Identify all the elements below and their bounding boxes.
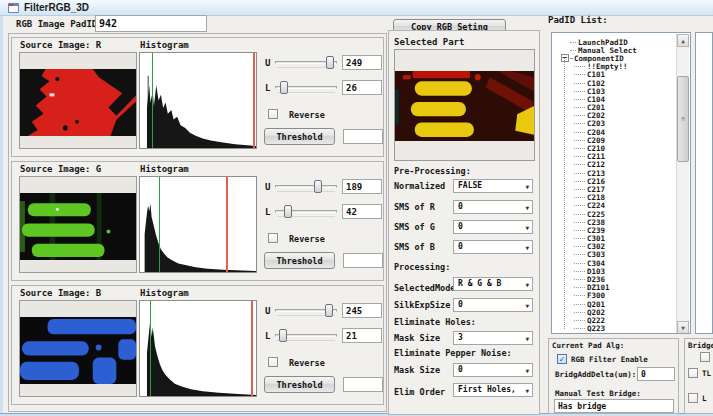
elim-order-select[interactable]: First Holes, ▼ [453, 383, 533, 397]
tree-item[interactable]: C216 [553, 177, 676, 185]
rgb-image-padid-input[interactable] [95, 15, 207, 32]
eliminate-pepper-title: Eliminate Pepper Noise: [394, 348, 512, 358]
reverse-label-b: Reverse [289, 358, 325, 368]
tree-item[interactable]: C104 [553, 95, 676, 103]
sms-of-b-select[interactable]: 0 ▼ [453, 240, 533, 254]
threshold-result-input-r[interactable] [343, 129, 383, 144]
u-value-input-b[interactable] [342, 303, 382, 318]
tree-item[interactable]: C202 [553, 112, 676, 120]
tree-item[interactable]: C218 [553, 194, 676, 202]
u-slider-thumb-g[interactable] [314, 180, 322, 193]
l-value-input-g[interactable] [342, 204, 382, 219]
mask-size-holes-select[interactable]: 3 ▼ [453, 331, 533, 345]
threshold-result-input-g[interactable] [343, 253, 383, 268]
u-label-r: U [265, 58, 270, 68]
tree-item[interactable]: Q222 [553, 316, 676, 324]
source-image-b-group: Source Image: B Histogram U L Reverse Th… [11, 285, 384, 405]
tree-item[interactable]: D103 [553, 267, 676, 275]
histogram-plot-b [139, 300, 257, 397]
sms-of-g-select[interactable]: 0 ▼ [453, 220, 533, 234]
tree-item[interactable]: F300 [553, 292, 676, 300]
tree-item[interactable]: C212 [553, 161, 676, 169]
tree-item[interactable]: C225 [553, 210, 676, 218]
threshold-button-r[interactable]: Threshold [264, 128, 335, 145]
tl-checkbox[interactable] [688, 368, 698, 378]
manual-test-bridge-label: Manual Test Bridge: [555, 389, 641, 398]
normalized-select[interactable]: FALSE ▼ [453, 179, 533, 193]
l-slider-b[interactable] [275, 328, 337, 343]
tree-item[interactable]: C303 [553, 251, 676, 259]
tree-scrollbar[interactable]: ▲ ≡ ▼ [676, 34, 689, 334]
tree-item[interactable]: Q202 [553, 308, 676, 316]
tree-item[interactable]: C204 [553, 128, 676, 136]
tree-item[interactable]: !!Empty!! [553, 63, 676, 71]
tree-item[interactable]: C213 [553, 169, 676, 177]
source-image-r-label: Source Image: R [20, 40, 101, 50]
tree-connector [574, 214, 585, 215]
tree-connector [574, 99, 585, 100]
l-slider-thumb-r[interactable] [280, 81, 288, 94]
l-slider-g[interactable] [275, 204, 337, 219]
u-slider-thumb-r[interactable] [326, 56, 334, 69]
tree-item[interactable]: D236 [553, 275, 676, 283]
tree-item[interactable]: C102 [553, 79, 676, 87]
tree-item[interactable]: C201 [553, 104, 676, 112]
l-slider-thumb-g[interactable] [284, 205, 292, 218]
tree-item[interactable]: C209 [553, 136, 676, 144]
bridge-checkbox[interactable] [700, 352, 710, 362]
source-image-g-thumbnail [19, 176, 137, 273]
dropdown-arrow-icon: ▼ [525, 387, 529, 394]
u-value-input-r[interactable] [342, 55, 382, 70]
threshold-button-g[interactable]: Threshold [264, 252, 335, 269]
dropdown-arrow-icon: ▼ [525, 224, 529, 231]
tree-connector [574, 140, 585, 141]
u-slider-b[interactable] [275, 303, 337, 318]
tree-connector [574, 164, 585, 165]
tree-item[interactable]: C203 [553, 120, 676, 128]
tree-item[interactable]: DZ101 [553, 284, 676, 292]
tree-expander-icon[interactable]: − [561, 54, 569, 62]
l-value-input-r[interactable] [342, 80, 382, 95]
u-slider-thumb-b[interactable] [325, 304, 333, 317]
u-slider-g[interactable] [275, 179, 337, 194]
reverse-checkbox-b[interactable] [268, 357, 278, 367]
threshold-result-input-b[interactable] [343, 377, 383, 392]
tree-item[interactable]: Q201 [553, 300, 676, 308]
silkexpsize-select[interactable]: 0 ▼ [453, 298, 533, 312]
processing-title: Processing: [394, 262, 450, 272]
tree-item[interactable]: C238 [553, 218, 676, 226]
scroll-down-icon[interactable]: ▼ [677, 321, 689, 334]
threshold-button-b[interactable]: Threshold [264, 376, 335, 393]
tree-item[interactable]: C210 [553, 144, 676, 152]
l-checkbox[interactable] [688, 393, 698, 403]
tree-item[interactable]: C211 [553, 153, 676, 161]
u-slider-r[interactable] [275, 55, 337, 70]
manual-test-bridge-input[interactable] [554, 399, 674, 413]
tree-item[interactable]: C103 [553, 87, 676, 95]
scroll-thumb[interactable]: ≡ [677, 76, 689, 162]
l-value-input-b[interactable] [342, 328, 382, 343]
sms-of-r-select[interactable]: 0 ▼ [453, 200, 533, 214]
reverse-checkbox-g[interactable] [268, 233, 278, 243]
bridgeadddelta-input[interactable] [637, 367, 675, 381]
tree-item[interactable]: C302 [553, 243, 676, 251]
tree-item[interactable]: C239 [553, 226, 676, 234]
reverse-checkbox-r[interactable] [268, 109, 278, 119]
u-value-input-g[interactable] [342, 179, 382, 194]
tree-item[interactable]: C101 [553, 71, 676, 79]
tree-item[interactable]: Q223 [553, 325, 676, 333]
tree-connector [574, 230, 585, 231]
l-slider-r[interactable] [275, 80, 337, 95]
tree-item[interactable]: C217 [553, 185, 676, 193]
l-slider-thumb-b[interactable] [279, 329, 287, 342]
tree-connector [570, 58, 572, 59]
mask-size-pepper-select[interactable]: 0 ▼ [453, 363, 533, 377]
tree-item[interactable]: C301 [553, 235, 676, 243]
scroll-up-icon[interactable]: ▲ [677, 34, 689, 47]
u-label-g: U [265, 182, 270, 192]
tree-item[interactable]: C224 [553, 202, 676, 210]
rgb-filter-enable-checkbox[interactable]: ✓ [557, 354, 567, 364]
padid-tree[interactable]: LaunchPadIDManual Select−ComponentID!!Em… [551, 32, 691, 334]
tree-item[interactable]: C304 [553, 259, 676, 267]
selectedmode-select[interactable]: R & G & B ▼ [453, 277, 533, 291]
